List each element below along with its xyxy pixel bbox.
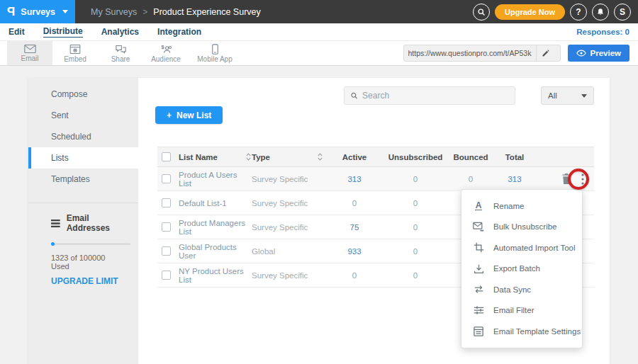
sidebar-item-templates[interactable]: Templates <box>28 169 138 190</box>
search-icon <box>350 91 358 100</box>
chevron-down-icon <box>581 94 587 98</box>
active-count[interactable]: 0 <box>326 199 383 207</box>
tab-analytics[interactable]: Analytics <box>101 27 139 37</box>
mobile-app-icon <box>211 44 219 55</box>
edit-url-button[interactable] <box>536 45 556 61</box>
trash-icon <box>561 174 571 184</box>
crop-import-icon <box>474 242 484 253</box>
tab-edit[interactable]: Edit <box>9 27 25 37</box>
toolbar-item-label: Mobile App <box>197 55 232 63</box>
row-checkbox[interactable] <box>162 198 171 207</box>
tab-distribute[interactable]: Distribute <box>43 26 83 38</box>
svg-text:$: $ <box>161 44 164 50</box>
topbar-actions: Upgrade Now ? S <box>473 0 631 23</box>
avatar-letter: S <box>620 7 625 17</box>
survey-url-input[interactable] <box>404 49 536 57</box>
total-count[interactable]: 313 <box>493 175 536 183</box>
menu-item-label: Bulk Unsubscribe <box>493 222 556 231</box>
list-name-link[interactable]: Global Products User <box>179 243 252 260</box>
breadcrumb-separator: > <box>142 7 147 17</box>
tab-integration[interactable]: Integration <box>157 27 201 37</box>
unsubscribed-count[interactable]: 0 <box>383 199 448 207</box>
toolbar-item-mobile-app[interactable]: Mobile App <box>189 41 241 65</box>
embed-icon <box>69 44 81 55</box>
row-menu-button[interactable] <box>581 174 584 185</box>
user-avatar[interactable]: S <box>614 4 631 21</box>
plus-icon: + <box>167 110 172 120</box>
search-button[interactable] <box>473 4 490 21</box>
active-count[interactable]: 75 <box>326 223 383 232</box>
breadcrumb-my-surveys[interactable]: My Surveys <box>91 7 137 17</box>
sidebar-item-scheduled[interactable]: Scheduled <box>28 126 138 147</box>
product-switcher[interactable]: P Surveys <box>0 0 75 23</box>
preview-button[interactable]: Preview <box>568 45 629 62</box>
menu-item-email-template-settings[interactable]: Email Template Settings <box>461 321 582 342</box>
sidebar-item-sent[interactable]: Sent <box>28 105 138 126</box>
toolbar-item-embed[interactable]: Embed <box>52 41 98 65</box>
search-icon <box>477 8 486 16</box>
active-count[interactable]: 933 <box>326 247 383 256</box>
product-menu-label: Surveys <box>21 7 55 17</box>
unsubscribed-count[interactable]: 0 <box>383 175 448 183</box>
menu-item-data-sync[interactable]: Data Sync <box>461 279 582 300</box>
unsubscribed-count[interactable]: 0 <box>383 247 448 256</box>
email-sidebar: Compose Sent Scheduled Lists Templates E… <box>28 78 138 364</box>
list-name-link[interactable]: Product Managers List <box>179 219 252 236</box>
menu-item-rename[interactable]: A Rename <box>461 195 582 217</box>
select-all-checkbox[interactable] <box>162 152 171 161</box>
menu-item-automated-import-tool[interactable]: Automated Import Tool <box>461 237 582 258</box>
breadcrumb: My Surveys > Product Experience Survey <box>91 0 261 23</box>
template-icon <box>474 326 483 336</box>
column-header-list-name[interactable]: List Name <box>179 153 218 161</box>
sort-icon[interactable] <box>245 153 252 161</box>
toolbar-item-share[interactable]: Share <box>98 41 143 65</box>
sidebar-item-lists[interactable]: Lists <box>28 147 138 169</box>
notifications-button[interactable] <box>592 4 609 21</box>
chevron-down-icon <box>62 10 68 13</box>
new-list-button[interactable]: + New List <box>155 106 223 124</box>
delete-list-button[interactable] <box>561 174 571 184</box>
pencil-icon <box>542 49 550 57</box>
menu-item-export-batch[interactable]: Export Batch <box>461 258 582 280</box>
sidebar-item-compose[interactable]: Compose <box>28 84 138 105</box>
usage-text: 1323 of 100000 Used <box>51 254 124 271</box>
help-button[interactable]: ? <box>570 4 587 21</box>
row-checkbox[interactable] <box>162 271 171 280</box>
list-name-link[interactable]: Default List-1 <box>179 199 227 207</box>
active-count[interactable]: 0 <box>326 271 383 280</box>
top-app-bar: P Surveys My Surveys > Product Experienc… <box>0 0 638 23</box>
bounced-count[interactable]: 0 <box>448 175 493 183</box>
upgrade-now-button[interactable]: Upgrade Now <box>495 4 565 20</box>
toolbar-item-audience[interactable]: $ Audience <box>143 41 189 65</box>
list-name-link[interactable]: NY Product Users List <box>179 267 252 284</box>
menu-item-label: Export Batch <box>493 264 540 273</box>
sort-icon[interactable] <box>317 153 323 161</box>
column-header-active: Active <box>326 153 383 161</box>
list-filter-dropdown[interactable]: All <box>541 86 594 105</box>
list-search-input[interactable] <box>362 91 509 101</box>
distribute-toolbar: Email Embed Share $ Audience Mobile App … <box>0 41 638 66</box>
toolbar-item-label: Email <box>21 55 38 62</box>
row-checkbox[interactable] <box>162 222 171 232</box>
download-icon <box>474 263 484 274</box>
list-search-box <box>344 86 515 105</box>
menu-item-email-filter[interactable]: Email Filter <box>461 300 582 322</box>
row-checkbox[interactable] <box>162 246 171 256</box>
menu-item-bulk-unsubscribe[interactable]: Bulk Unsubscribe <box>461 217 582 238</box>
list-icon <box>51 219 60 228</box>
page-title: Product Experience Survey <box>153 7 260 17</box>
menu-item-label: Email Template Settings <box>493 327 581 336</box>
rename-icon: A <box>475 202 483 210</box>
row-context-menu: A Rename Bulk Unsubscribe Automated Impo… <box>461 189 583 348</box>
column-header-type[interactable]: Type <box>252 153 270 161</box>
sync-icon <box>474 285 484 294</box>
list-name-link[interactable]: Product A Users List <box>179 171 252 188</box>
upgrade-limit-link[interactable]: UPGRADE LIMIT <box>51 276 124 286</box>
unsubscribed-count[interactable]: 0 <box>383 223 448 232</box>
toolbar-item-email[interactable]: Email <box>7 41 52 65</box>
active-count[interactable]: 313 <box>326 175 383 183</box>
menu-item-label: Rename <box>493 202 524 210</box>
unsubscribed-count[interactable]: 0 <box>383 271 448 280</box>
row-checkbox[interactable] <box>162 174 171 183</box>
email-addresses-panel: Email Addresses 1323 of 100000 Used UPGR… <box>28 203 138 286</box>
